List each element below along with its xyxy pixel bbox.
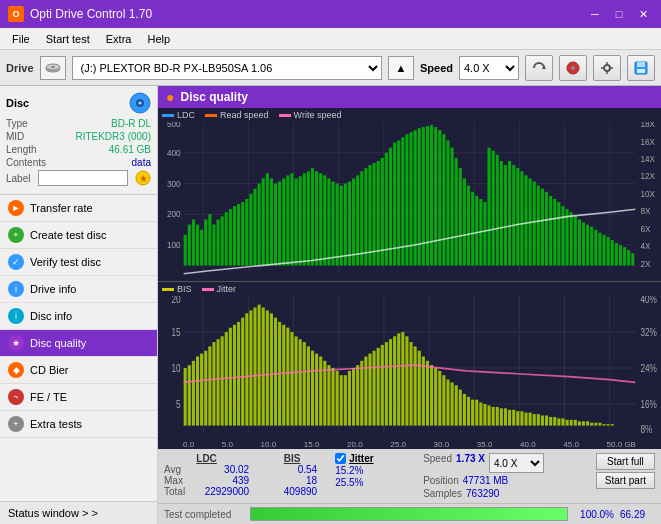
- svg-rect-63: [245, 199, 248, 266]
- progress-bar: [250, 507, 568, 521]
- svg-rect-119: [475, 196, 478, 266]
- svg-rect-269: [545, 416, 548, 426]
- label-input[interactable]: [38, 170, 128, 186]
- write-legend-dot: [279, 114, 291, 117]
- start-part-button[interactable]: Start part: [596, 472, 655, 489]
- status-window-button[interactable]: Status window > >: [0, 501, 157, 524]
- sidebar-item-create-test-disc[interactable]: + Create test disc: [0, 222, 157, 249]
- position-row: Position 47731 MB: [423, 475, 588, 486]
- svg-rect-68: [266, 173, 269, 265]
- status-window-label: Status window > >: [8, 507, 98, 519]
- close-button[interactable]: ✕: [633, 6, 653, 22]
- menu-help[interactable]: Help: [139, 31, 178, 47]
- svg-rect-214: [319, 356, 322, 425]
- type-value: BD-R DL: [111, 118, 151, 129]
- svg-rect-283: [602, 424, 605, 425]
- speed-select[interactable]: 4.0 X: [459, 56, 519, 80]
- svg-rect-276: [574, 420, 577, 426]
- svg-rect-82: [323, 175, 326, 265]
- bis-stats: BIS 0.54 18 409890: [257, 453, 327, 497]
- svg-rect-223: [356, 365, 359, 425]
- length-value: 46.61 GB: [109, 144, 151, 155]
- sidebar-item-cd-bier[interactable]: ◆ CD Bier: [0, 357, 157, 384]
- svg-rect-58: [225, 212, 228, 265]
- jitter-checkbox[interactable]: [335, 453, 346, 464]
- speed-row: Speed 1.73 X 4.0 X: [423, 453, 588, 473]
- sidebar-item-extra-tests[interactable]: + Extra tests: [0, 411, 157, 438]
- svg-rect-51: [196, 225, 199, 266]
- refresh-button[interactable]: [525, 55, 553, 81]
- position-value: 47731 MB: [463, 475, 509, 486]
- maximize-button[interactable]: □: [609, 6, 629, 22]
- svg-rect-195: [241, 318, 244, 426]
- svg-rect-236: [410, 342, 413, 426]
- svg-rect-221: [348, 371, 351, 426]
- svg-rect-248: [459, 390, 462, 426]
- svg-rect-157: [631, 253, 634, 265]
- menu-file[interactable]: File: [4, 31, 38, 47]
- sidebar: Disc Type BD-R DL MID RITEKDR3 (000) Len…: [0, 86, 158, 524]
- svg-rect-222: [352, 368, 355, 426]
- titlebar: O Opti Drive Control 1.70 ─ □ ✕: [0, 0, 661, 28]
- svg-rect-95: [377, 161, 380, 266]
- svg-rect-220: [344, 375, 347, 425]
- sidebar-item-disc-quality[interactable]: ★ Disc quality: [0, 330, 157, 357]
- lower-chart-svg: 20 15 10 5 40% 32% 24% 16% 8%: [158, 296, 661, 440]
- disc-quality-label: Disc quality: [30, 337, 86, 349]
- svg-rect-117: [467, 186, 470, 266]
- svg-rect-127: [508, 161, 511, 266]
- x-tick-0: 0.0: [183, 440, 194, 449]
- transfer-rate-label: Transfer rate: [30, 202, 93, 214]
- svg-rect-13: [637, 69, 645, 73]
- svg-rect-206: [286, 328, 289, 426]
- drive-icon-button[interactable]: [40, 56, 66, 80]
- minimize-button[interactable]: ─: [585, 6, 605, 22]
- svg-rect-73: [286, 175, 289, 265]
- eject-button[interactable]: ▲: [388, 56, 414, 80]
- menu-start-test[interactable]: Start test: [38, 31, 98, 47]
- bis-max-row: 18: [257, 475, 327, 486]
- svg-rect-83: [327, 178, 330, 265]
- speed-select-2[interactable]: 4.0 X: [489, 453, 544, 473]
- svg-rect-216: [327, 365, 330, 425]
- svg-rect-249: [463, 394, 466, 426]
- disc-button[interactable]: [559, 55, 587, 81]
- svg-rect-67: [262, 178, 265, 265]
- sidebar-item-disc-info[interactable]: i Disc info: [0, 303, 157, 330]
- svg-rect-257: [496, 407, 499, 426]
- save-button[interactable]: [627, 55, 655, 81]
- svg-rect-142: [570, 212, 573, 265]
- sidebar-item-verify-test-disc[interactable]: ✓ Verify test disc: [0, 249, 157, 276]
- svg-rect-116: [463, 178, 466, 265]
- main-area: Disc Type BD-R DL MID RITEKDR3 (000) Len…: [0, 86, 661, 524]
- sidebar-item-transfer-rate[interactable]: ► Transfer rate: [0, 195, 157, 222]
- mid-value: RITEKDR3 (000): [75, 131, 151, 142]
- progress-label: Test completed: [164, 509, 244, 520]
- length-label: Length: [6, 144, 37, 155]
- svg-rect-233: [397, 333, 400, 425]
- speed-val: 1.73 X: [456, 453, 485, 473]
- svg-rect-144: [578, 219, 581, 265]
- svg-rect-261: [512, 410, 515, 426]
- read-legend-label: Read speed: [220, 110, 269, 120]
- drive-select[interactable]: (J:) PLEXTOR BD-R PX-LB950SA 1.06: [72, 56, 382, 80]
- disc-info-icon: i: [8, 308, 24, 324]
- svg-rect-226: [368, 354, 371, 426]
- speed-info: Speed 1.73 X 4.0 X Position 47731 MB Sam…: [423, 453, 588, 499]
- settings-button[interactable]: [593, 55, 621, 81]
- svg-rect-228: [377, 348, 380, 426]
- sidebar-item-fe-te[interactable]: ~ FE / TE: [0, 384, 157, 411]
- samples-value: 763290: [466, 488, 499, 499]
- svg-rect-76: [299, 176, 302, 265]
- start-full-button[interactable]: Start full: [596, 453, 655, 470]
- svg-text:14X: 14X: [640, 155, 655, 164]
- sidebar-item-drive-info[interactable]: i Drive info: [0, 276, 157, 303]
- svg-rect-48: [184, 235, 187, 266]
- disc-panel: Disc Type BD-R DL MID RITEKDR3 (000) Len…: [0, 86, 157, 195]
- disc-mid-row: MID RITEKDR3 (000): [6, 131, 151, 142]
- svg-text:8%: 8%: [640, 422, 652, 435]
- svg-rect-187: [208, 346, 211, 425]
- svg-rect-274: [566, 420, 569, 426]
- menu-extra[interactable]: Extra: [98, 31, 140, 47]
- svg-text:10X: 10X: [640, 190, 655, 199]
